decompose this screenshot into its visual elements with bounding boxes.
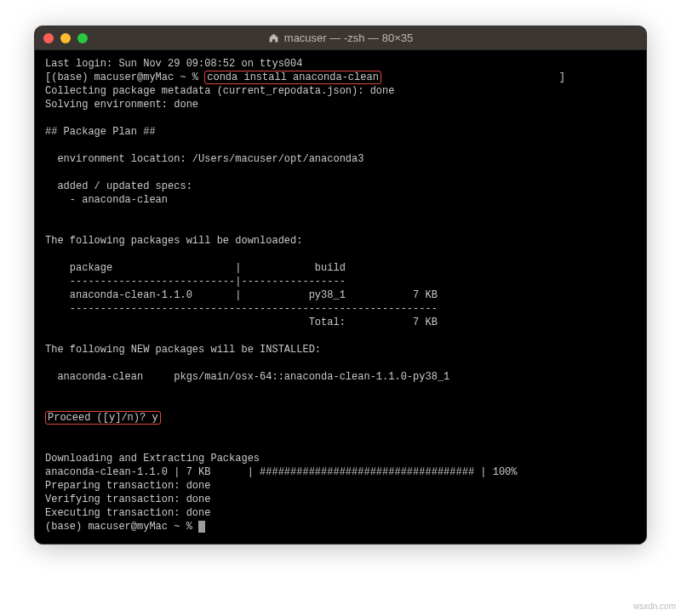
term-line: anaconda-clean-1.1.0 | py38_1 7 KB xyxy=(45,289,438,301)
cursor-icon xyxy=(198,521,205,533)
term-line: Downloading and Extracting Packages xyxy=(45,453,260,465)
close-icon[interactable] xyxy=(43,33,54,43)
term-line: ----------------------------------------… xyxy=(45,303,438,315)
term-line: Collecting package metadata (current_rep… xyxy=(45,85,394,97)
window-title: macuser — -zsh — 80×35 xyxy=(35,31,646,44)
terminal-window: macuser — -zsh — 80×35 Last login: Sun N… xyxy=(34,26,647,545)
highlight-command: conda install anaconda-clean xyxy=(204,71,381,84)
zoom-icon[interactable] xyxy=(77,33,88,43)
term-line: anaconda-clean pkgs/main/osx-64::anacond… xyxy=(45,371,449,383)
terminal-body[interactable]: Last login: Sun Nov 29 09:08:52 on ttys0… xyxy=(35,50,646,544)
term-line: Total: 7 KB xyxy=(45,317,438,328)
term-prompt-pre: [(base) macuser@myMac ~ % xyxy=(45,71,204,83)
term-line: Executing transaction: done xyxy=(45,507,210,519)
term-line: Solving environment: done xyxy=(45,99,198,111)
window-title-text: macuser — -zsh — 80×35 xyxy=(284,31,413,44)
term-line: Last login: Sun Nov 29 09:08:52 on ttys0… xyxy=(45,58,302,70)
titlebar[interactable]: macuser — -zsh — 80×35 xyxy=(35,26,646,50)
term-line: The following NEW packages will be INSTA… xyxy=(45,344,321,356)
term-line: Preparing transaction: done xyxy=(45,480,210,492)
term-line: ## Package Plan ## xyxy=(45,126,156,138)
term-line: environment location: /Users/macuser/opt… xyxy=(45,153,363,165)
term-line: Verifying transaction: done xyxy=(45,493,210,505)
highlight-proceed: Proceed ([y]/n)? y xyxy=(45,411,161,425)
term-prompt: (base) macuser@myMac ~ % xyxy=(45,521,198,533)
traffic-lights xyxy=(43,33,88,43)
term-line: - anaconda-clean xyxy=(45,194,168,206)
term-line: added / updated specs: xyxy=(45,180,192,192)
term-line: package | build xyxy=(45,262,346,274)
term-line: ---------------------------|------------… xyxy=(45,276,346,288)
term-line: The following packages will be downloade… xyxy=(45,235,302,247)
home-icon xyxy=(268,32,279,43)
term-line: anaconda-clean-1.1.0 | 7 KB | ##########… xyxy=(45,466,518,478)
minimize-icon[interactable] xyxy=(60,33,71,43)
